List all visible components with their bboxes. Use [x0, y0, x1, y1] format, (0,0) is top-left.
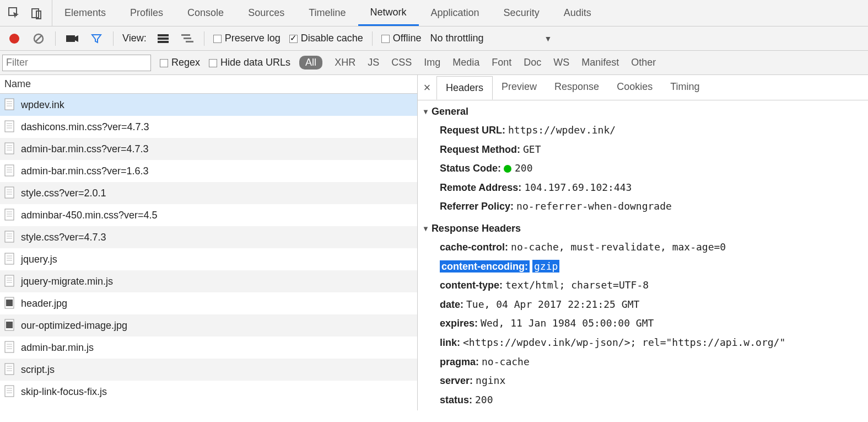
preserve-log-checkbox[interactable]: Preserve log — [213, 33, 281, 44]
request-row[interactable]: admin-bar.min.js — [0, 336, 417, 359]
main-tab-profiles[interactable]: Profiles — [118, 0, 175, 26]
request-row[interactable]: skip-link-focus-fix.js — [0, 381, 417, 403]
header-row: Request URL: https://wpdev.ink/ — [422, 121, 864, 140]
svg-marker-7 — [75, 35, 78, 42]
svg-rect-11 — [181, 34, 190, 36]
request-name: admin-bar.min.css?ver=4.7.3 — [21, 143, 149, 155]
filter-type-all[interactable]: All — [299, 56, 322, 70]
filter-type-js[interactable]: JS — [368, 57, 379, 68]
main-tab-console[interactable]: Console — [175, 0, 236, 26]
regex-checkbox[interactable]: Regex — [160, 57, 200, 68]
detail-tab-preview[interactable]: Preview — [493, 76, 546, 99]
close-icon[interactable]: × — [418, 81, 436, 95]
request-row[interactable]: style.css?ver=4.7.3 — [0, 226, 417, 248]
file-icon — [4, 231, 15, 244]
view-label: View: — [122, 33, 147, 44]
body-split: Name wpdev.inkdashicons.min.css?ver=4.7.… — [0, 75, 868, 410]
inspect-icon[interactable] — [7, 6, 22, 21]
filter-input[interactable] — [2, 55, 151, 71]
section-title[interactable]: General — [422, 106, 864, 117]
filter-type-ws[interactable]: WS — [553, 57, 569, 68]
request-name: script.js — [21, 364, 55, 376]
request-row[interactable]: script.js — [0, 359, 417, 381]
request-row[interactable]: style.css?ver=2.0.1 — [0, 182, 417, 204]
svg-rect-42 — [5, 253, 14, 264]
section-title[interactable]: Response Headers — [422, 223, 864, 234]
detail-tab-timing[interactable]: Timing — [661, 76, 708, 99]
svg-rect-10 — [158, 41, 169, 43]
request-name: style.css?ver=4.7.3 — [21, 232, 106, 243]
offline-checkbox[interactable]: Offline — [381, 33, 422, 44]
filter-icon[interactable] — [89, 31, 104, 46]
svg-rect-9 — [158, 38, 169, 40]
detail-tab-cookies[interactable]: Cookies — [608, 76, 661, 99]
type-filters: AllXHRJSCSSImgMediaFontDocWSManifestOthe… — [299, 56, 656, 70]
main-tab-elements[interactable]: Elements — [52, 0, 118, 26]
detail-tab-response[interactable]: Response — [546, 76, 608, 99]
filter-type-manifest[interactable]: Manifest — [581, 57, 619, 68]
detail-panel: × HeadersPreviewResponseCookiesTiming Ge… — [418, 75, 868, 410]
file-icon — [4, 275, 15, 288]
svg-rect-14 — [5, 99, 14, 110]
request-row[interactable]: jquery.js — [0, 248, 417, 270]
main-tab-sources[interactable]: Sources — [236, 0, 296, 26]
svg-line-5 — [35, 35, 42, 42]
request-row[interactable]: adminbar-450.min.css?ver=4.5 — [0, 204, 417, 226]
svg-rect-12 — [184, 38, 191, 39]
detail-tab-headers[interactable]: Headers — [436, 76, 493, 100]
request-row[interactable]: our-optimized-image.jpg — [0, 314, 417, 336]
header-row: status: 200 — [422, 391, 864, 410]
file-icon — [4, 385, 15, 398]
device-toggle-icon[interactable] — [30, 6, 45, 21]
svg-rect-58 — [5, 364, 14, 375]
record-icon[interactable] — [7, 31, 22, 46]
network-toolbar: View: Preserve log Disable cache Offline… — [0, 26, 868, 51]
request-row[interactable]: admin-bar.min.css?ver=4.7.3 — [0, 138, 417, 160]
column-header-name[interactable]: Name — [0, 75, 417, 94]
request-row[interactable]: admin-bar.min.css?ver=1.6.3 — [0, 160, 417, 182]
svg-rect-34 — [5, 209, 14, 220]
request-name: our-optimized-image.jpg — [21, 320, 127, 332]
request-row[interactable]: header.jpg — [0, 292, 417, 314]
request-name: style.css?ver=2.0.1 — [21, 188, 106, 199]
file-icon — [4, 253, 15, 266]
hide-data-urls-checkbox[interactable]: Hide data URLs — [209, 57, 290, 68]
waterfall-icon[interactable] — [180, 31, 195, 46]
separator — [113, 31, 114, 46]
separator — [372, 31, 373, 46]
filter-type-other[interactable]: Other — [631, 57, 656, 68]
throttling-select[interactable]: No throttling▼ — [430, 33, 552, 44]
filter-type-font[interactable]: Font — [492, 57, 511, 68]
main-tab-timeline[interactable]: Timeline — [296, 0, 358, 26]
svg-rect-51 — [6, 300, 13, 306]
svg-rect-26 — [5, 165, 14, 176]
svg-rect-22 — [5, 143, 14, 154]
header-row: pragma: no-cache — [422, 352, 864, 372]
capture-icon[interactable] — [64, 31, 80, 46]
request-list-panel: Name wpdev.inkdashicons.min.css?ver=4.7.… — [0, 75, 418, 410]
main-tab-application[interactable]: Application — [419, 0, 492, 26]
file-icon — [4, 120, 15, 133]
main-tab-security[interactable]: Security — [492, 0, 552, 26]
filter-type-doc[interactable]: Doc — [524, 57, 541, 68]
request-row[interactable]: dashicons.min.css?ver=4.7.3 — [0, 116, 417, 138]
filter-type-media[interactable]: Media — [452, 57, 479, 68]
header-row: Remote Address: 104.197.69.102:443 — [422, 178, 864, 197]
header-row: link: <https://wpdev.ink/wp-json/>; rel=… — [422, 333, 864, 352]
svg-rect-18 — [5, 121, 14, 132]
main-tab-network[interactable]: Network — [358, 0, 419, 26]
file-icon — [4, 98, 15, 111]
large-rows-icon[interactable] — [155, 31, 171, 46]
filter-type-css[interactable]: CSS — [391, 57, 412, 68]
clear-icon[interactable] — [31, 31, 46, 46]
request-row[interactable]: wpdev.ink — [0, 94, 417, 116]
main-tabs: ElementsProfilesConsoleSourcesTimelineNe… — [52, 0, 603, 26]
filter-type-img[interactable]: Img — [424, 57, 440, 68]
svg-rect-53 — [6, 322, 13, 328]
disable-cache-checkbox[interactable]: Disable cache — [289, 33, 363, 44]
header-row: content-encoding: gzip — [422, 257, 864, 276]
detail-tabs: × HeadersPreviewResponseCookiesTiming — [418, 75, 868, 100]
request-row[interactable]: jquery-migrate.min.js — [0, 270, 417, 292]
main-tab-audits[interactable]: Audits — [552, 0, 603, 26]
filter-type-xhr[interactable]: XHR — [335, 57, 355, 68]
